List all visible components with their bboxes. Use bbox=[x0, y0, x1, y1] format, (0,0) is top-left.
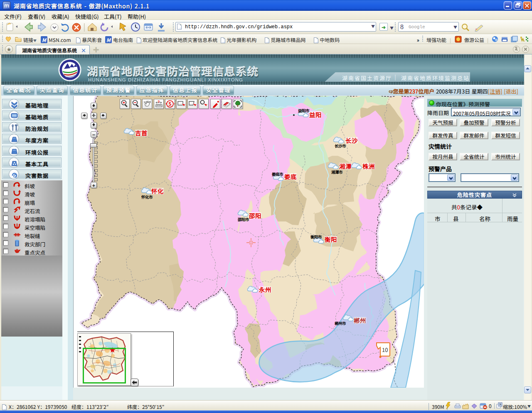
svg-text:S: S bbox=[169, 100, 172, 107]
svg-text:0: 0 bbox=[489, 402, 492, 409]
svg-text:?: ? bbox=[158, 99, 160, 104]
